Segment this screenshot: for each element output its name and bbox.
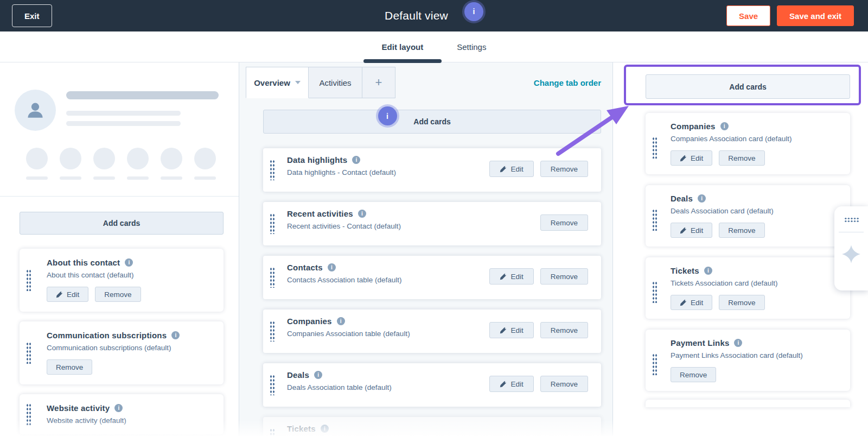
card-subtitle: Payment Links Association card (default) [671,351,841,359]
card-contacts: Contacts Contacts Association table (def… [263,256,601,299]
card-website-activity: Website activity Website activity (defau… [20,394,224,434]
edit-button[interactable]: Edit [47,287,88,302]
save-and-exit-button[interactable]: Save and exit [777,5,854,26]
remove-button[interactable]: Remove [671,367,716,382]
drag-handle-icon[interactable] [270,267,275,288]
record-tab-row: Overview Activities + Change tab order [246,67,601,98]
info-icon[interactable] [337,317,345,325]
center-column: Overview Activities + Change tab order i… [239,62,613,436]
remove-button[interactable]: Remove [719,150,764,166]
left-sidebar-column: Add cards About this contact About this … [0,62,239,436]
drag-handle-icon[interactable] [270,321,275,342]
sparkle-ai-icon[interactable] [841,244,861,264]
info-icon[interactable] [704,267,712,275]
pencil-icon [680,299,687,306]
tab-edit-layout[interactable]: Edit layout [382,31,424,62]
card-title: Deals [287,370,309,380]
card-title: Recent activities [287,209,353,218]
placeholder-bar [66,121,181,126]
right-cards-list: Companies Companies Association card (de… [646,113,850,407]
main-area: Add cards About this contact About this … [0,62,868,436]
add-cards-label: Add cards [413,117,450,126]
record-tab-overview[interactable]: Overview [246,67,309,98]
add-cards-button-left[interactable]: Add cards [20,212,224,235]
info-icon[interactable] [352,156,360,164]
top-bar: Exit Default view i Save Save and exit [0,0,868,31]
card-title: Deals [671,194,693,203]
edit-button[interactable]: Edit [489,161,533,177]
right-sidebar-column: Add cards Companies Companies Associatio… [613,62,868,436]
add-cards-button-center[interactable]: i Add cards [263,110,601,134]
edit-button[interactable]: Edit [671,295,712,310]
placeholder-action-circles [26,148,216,169]
card-communication-subscriptions: Communication subscriptions Communicatio… [20,321,224,384]
card-title: Contacts [287,263,323,272]
remove-button[interactable]: Remove [95,287,141,302]
card-title: Companies [287,317,332,326]
drag-handle-icon[interactable] [652,137,658,159]
remove-button[interactable]: Remove [540,214,588,231]
remove-button[interactable]: Remove [47,359,92,375]
card-subtitle: Companies Association table (default) [287,330,489,338]
drag-handle-icon[interactable] [652,281,658,303]
info-icon[interactable] [328,263,336,271]
drag-handle-icon[interactable] [652,353,658,375]
info-icon[interactable] [720,122,729,130]
record-tab-activities[interactable]: Activities [309,67,362,98]
remove-button[interactable]: Remove [719,223,764,238]
card-subtitle: Website activity (default) [47,416,214,425]
placeholder-bar [66,111,181,116]
exit-button[interactable]: Exit [12,4,52,27]
change-tab-order-link[interactable]: Change tab order [534,78,601,87]
info-icon[interactable] [114,404,123,412]
card-partial [646,400,850,407]
edit-button[interactable]: Edit [671,150,712,166]
card-companies-table: Companies Companies Association table (d… [263,309,601,353]
info-icon[interactable] [734,339,742,347]
card-title: Communication subscriptions [47,331,167,340]
info-beacon-icon[interactable]: i [378,106,397,125]
info-beacon-icon[interactable]: i [464,2,483,21]
info-icon[interactable] [314,371,322,379]
floating-assistant-widget [834,206,868,290]
avatar [15,90,56,131]
save-button[interactable]: Save [726,5,770,26]
edit-button[interactable]: Edit [489,376,533,392]
drag-handle-icon[interactable] [270,428,275,436]
info-icon[interactable] [125,258,133,267]
info-icon[interactable] [321,425,329,433]
card-title: Payment Links [671,338,729,347]
remove-button[interactable]: Remove [719,295,764,310]
card-recent-activities: Recent activities Recent activities - Co… [263,202,601,245]
remove-button[interactable]: Remove [540,161,588,177]
card-deals-assoc: Deals Deals Association card (default) E… [646,185,850,247]
pencil-icon [500,166,507,173]
drag-handle-icon[interactable] [26,403,31,425]
card-subtitle: Deals Association table (default) [287,383,489,391]
grid-drag-handle-icon[interactable] [844,217,859,223]
person-icon [23,98,47,122]
edit-button[interactable]: Edit [489,322,533,338]
remove-button[interactable]: Remove [540,322,588,338]
info-icon[interactable] [698,194,706,203]
drag-handle-icon[interactable] [652,209,658,231]
edit-button[interactable]: Edit [489,268,533,285]
drag-handle-icon[interactable] [270,213,275,234]
drag-handle-icon[interactable] [26,269,31,291]
info-icon[interactable] [358,210,366,218]
info-icon[interactable] [171,331,180,339]
placeholder-action-labels [26,176,216,180]
remove-button[interactable]: Remove [540,376,588,392]
tab-settings[interactable]: Settings [457,31,486,62]
divider [839,232,864,232]
drag-handle-icon[interactable] [270,160,275,180]
drag-handle-icon[interactable] [26,342,31,364]
add-cards-button-right[interactable]: Add cards [646,74,850,99]
edit-button[interactable]: Edit [671,223,712,238]
drag-handle-icon[interactable] [270,375,275,395]
card-subtitle: About this contact (default) [47,271,214,279]
remove-button[interactable]: Remove [540,268,588,285]
add-tab-button[interactable]: + [362,67,395,98]
plus-icon: + [375,75,382,90]
placeholder-bar [66,91,219,99]
